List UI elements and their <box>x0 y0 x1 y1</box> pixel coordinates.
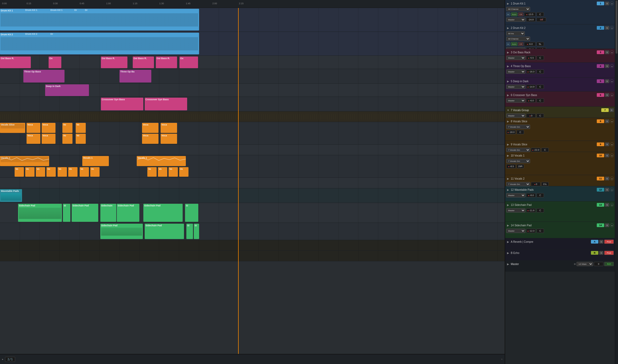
clip-sc14-2[interactable]: Sidechain Pad <box>145 224 184 239</box>
solo-btn-11[interactable]: S <box>605 177 609 180</box>
clip-voc2-3[interactable]: Vo <box>36 167 45 177</box>
arm-btn-4[interactable]: ● <box>610 64 614 68</box>
solo-btn-10[interactable]: S <box>605 154 609 157</box>
solo-btn-14[interactable]: S <box>605 223 609 227</box>
clip-voc2-10[interactable]: Vo <box>158 167 167 177</box>
routing-select-9[interactable]: 7 Vocals Grc <box>506 148 530 152</box>
volume-display-4[interactable]: -16.0 <box>526 70 536 74</box>
volume-display-1[interactable]: -13.5 <box>524 12 536 16</box>
clip-voc2-7[interactable]: Vo <box>80 167 89 177</box>
track-expand-7[interactable]: ▼ <box>506 109 510 112</box>
track-lane-4[interactable]: Three Op Bass Three Op Ba <box>0 69 505 83</box>
track-expand-10[interactable]: ▶ <box>506 154 510 157</box>
track-expand-2[interactable]: ▶ <box>506 27 510 29</box>
track-lane-10[interactable]: Vocals 1 Vocals 1 <box>0 155 505 177</box>
clip-vs1-4[interactable]: Vo <box>62 123 72 133</box>
routing-in2-select-2[interactable]: All Channe <box>506 37 530 41</box>
track-lane-12[interactable]: Wavetable Pads <box>0 188 505 203</box>
master-select-14[interactable]: Master <box>506 229 525 233</box>
clip-voc2-5[interactable]: Vo <box>58 167 67 177</box>
clip-voc1-1[interactable]: Vocals 1 <box>0 156 49 166</box>
master-select-5[interactable]: Master <box>506 85 525 89</box>
master-expand[interactable]: ▶ <box>506 263 510 266</box>
clip-vs2-4[interactable]: Vo <box>76 134 86 144</box>
pan-label-13[interactable]: C <box>537 208 544 213</box>
pan-label-5[interactable]: C <box>537 85 544 89</box>
track-lane-11[interactable] <box>0 178 505 188</box>
pan-label-9[interactable]: C <box>541 148 549 152</box>
solo-btn-6[interactable]: S <box>605 93 609 97</box>
clip-voc2-4[interactable]: Vo <box>46 167 56 177</box>
clip-voc2-9[interactable]: Vo <box>147 167 157 177</box>
master-select-4[interactable]: Master <box>506 70 525 74</box>
clip-sc6[interactable]: Sidechain Pad <box>143 204 183 222</box>
clip-sc1[interactable]: Sidechain Pad <box>18 204 62 222</box>
arm-btn-3[interactable]: ● <box>610 50 614 54</box>
master-select-1[interactable]: Master <box>506 18 525 22</box>
clip-oxi4[interactable]: Oxi Bass R. <box>133 57 154 68</box>
clip-threeop2[interactable]: Three Op Ba <box>119 70 151 83</box>
clip-vs2-6[interactable]: Voca <box>161 134 177 144</box>
routing-select-10[interactable]: 7 Vocals Grc <box>506 159 530 163</box>
volume-display-6[interactable]: -6.0 <box>526 98 536 103</box>
master-select-3[interactable]: Master <box>506 56 525 60</box>
auto-btn-2[interactable]: Auto <box>511 42 517 46</box>
solo-btn-1[interactable]: S <box>605 2 609 5</box>
clip-voc2-8[interactable]: Vo <box>90 167 100 177</box>
master-routing-select[interactable]: 1/2 Main <box>577 262 593 266</box>
track-expand-5[interactable]: ▶ <box>506 80 510 83</box>
track-lane-6[interactable]: Crossover Syn Bass Crossover Syn Bass <box>0 97 505 111</box>
volume-display-11[interactable]: 0 <box>531 182 540 186</box>
track-expand-1[interactable]: ▶ <box>506 2 510 5</box>
off-btn-2[interactable]: Off <box>518 42 523 46</box>
scrollbar-thumb[interactable] <box>616 1 617 54</box>
pan-label-2[interactable]: 5L <box>537 42 544 46</box>
clip-oxi1[interactable]: Oxi Bass R. <box>0 57 31 68</box>
clip-sc14-4[interactable]: Si <box>194 224 199 239</box>
clip-vs2-5[interactable]: Voca <box>142 134 158 144</box>
track-expand-6[interactable]: ▶ <box>506 94 510 97</box>
clip-sc14-3[interactable]: Si <box>186 224 193 239</box>
volume-display-2[interactable]: -6.0 <box>524 42 536 46</box>
clip-vs1-3[interactable]: Voca <box>42 123 55 133</box>
pan-label-1[interactable]: C <box>537 12 544 16</box>
arm-btn-1[interactable]: ● <box>610 2 614 5</box>
right-scrollbar[interactable] <box>615 0 618 364</box>
routing-in-select-2[interactable]: All Ins <box>506 31 525 36</box>
arm-btn-2[interactable]: ● <box>610 26 614 30</box>
clip-sc4[interactable]: Sidechain <box>100 204 116 222</box>
post-btn-b[interactable]: Post <box>604 251 614 255</box>
solo-btn-2[interactable]: S <box>605 26 609 30</box>
track-lane-13[interactable]: Sidechain Pad Si Sidechain Pad Sidechain <box>0 203 505 223</box>
track-lane-return-a[interactable] <box>0 240 505 250</box>
track-expand-4[interactable]: ▶ <box>506 65 510 68</box>
routing-select-11[interactable]: 7 Vocals Grc <box>506 182 530 186</box>
clip-oxi3[interactable]: Oxi Bass R. <box>101 57 127 68</box>
arm-btn-10[interactable]: ● <box>610 154 614 157</box>
post-btn-a[interactable]: Post <box>604 240 614 244</box>
track-expand-8[interactable]: ▶ <box>506 120 510 123</box>
arm-btn-11[interactable]: ● <box>610 177 614 180</box>
auto-btn-1[interactable]: Auto <box>511 12 517 16</box>
clip-vs1-7[interactable]: Voca <box>161 123 177 133</box>
clip-voc1-2[interactable]: Vocals 1 <box>82 156 109 166</box>
return-expand-b[interactable]: ▶ <box>506 252 510 254</box>
solo-btn-return-b[interactable]: S <box>599 251 603 255</box>
clip-vs1-6[interactable]: Voca <box>142 123 158 133</box>
track-expand-13[interactable]: ▶ <box>506 203 510 206</box>
track-expand-14[interactable]: ▶ <box>506 224 510 227</box>
solo-btn-return-a[interactable]: S <box>599 240 603 244</box>
clip-vs1-2[interactable]: Voca <box>27 123 40 133</box>
pan-label-6[interactable]: C <box>537 98 544 103</box>
level-display-1[interactable]: -24.8 <box>526 18 536 22</box>
track-lane-14[interactable]: Sidechain Pad Sidechain Pad Si Si <box>0 223 505 240</box>
solo-btn-12[interactable]: S <box>605 188 609 192</box>
arm-btn-14[interactable]: ● <box>610 223 614 227</box>
volume-display-13[interactable]: -11.6 <box>526 208 536 213</box>
track-lane-7[interactable] <box>0 111 505 122</box>
master-volume[interactable]: 0 <box>594 262 603 266</box>
clip-threeop1[interactable]: Three Op Bass <box>23 70 65 83</box>
clip-vs2-2[interactable]: Voca <box>42 134 55 144</box>
clip-voc2-11[interactable]: Vo <box>169 167 178 177</box>
volume-display-3[interactable]: -5.5 <box>526 56 536 60</box>
